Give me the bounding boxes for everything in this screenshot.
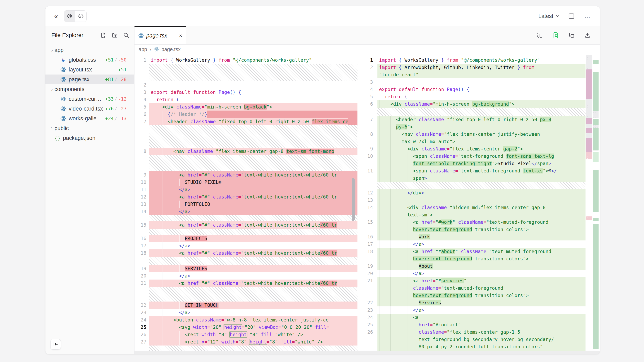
file-label: package.json <box>63 135 134 141</box>
sidebar-folder-components[interactable]: ⌄components <box>46 84 134 94</box>
collapsed-unchanged-region[interactable] <box>358 108 586 116</box>
collapsed-unchanged-region[interactable] <box>134 64 358 81</box>
diff-line-10: 10 STUDIO PIXEL® <box>134 179 358 186</box>
line-number: 13 <box>134 201 149 208</box>
line-number: 21 <box>358 277 378 299</box>
line-number: 13 <box>358 196 378 204</box>
file-label: layout.tsx <box>69 66 116 73</box>
new-folder-icon <box>112 32 118 38</box>
react-icon <box>60 76 66 82</box>
breadcrumb-folder[interactable]: app <box>138 46 147 52</box>
react-icon <box>154 47 159 52</box>
line-number: 8 <box>134 148 149 155</box>
split-view-button[interactable] <box>536 32 544 39</box>
download-button[interactable] <box>583 32 592 39</box>
minimap-block <box>593 60 598 64</box>
tab-close-icon[interactable]: × <box>179 32 182 39</box>
collapsed-unchanged-region[interactable] <box>358 182 586 189</box>
line-number: 3 <box>358 78 378 86</box>
editor-area: page.tsx × <box>134 26 600 354</box>
line-number: 9 <box>358 145 378 152</box>
preview-toggle-button[interactable] <box>64 10 75 21</box>
collapse-to-start-button[interactable] <box>50 339 61 350</box>
diff-pane-new[interactable]: 1import { WorksGallery } from "@/compone… <box>358 54 600 351</box>
line-number: 15 <box>358 218 378 233</box>
new-file-button[interactable] <box>100 31 107 39</box>
line-number: 15 <box>134 221 149 229</box>
line-number: 23 <box>134 309 149 316</box>
line-number: 14 <box>134 208 149 215</box>
react-icon <box>60 66 66 73</box>
line-number: 16 <box>134 235 149 242</box>
sidebar-file-layout-tsx[interactable]: layout.tsx+51 <box>46 65 134 74</box>
diff-line-4: 4export default function Page() { <box>358 86 586 93</box>
minimap-block <box>593 218 598 221</box>
diff-line-15: 15 <a href="#work" className="text-muted… <box>358 218 586 233</box>
file-label: public <box>54 125 134 131</box>
minimap[interactable] <box>586 55 598 349</box>
diff-pane-old[interactable]: 1import { WorksGallery } from "@/compone… <box>134 54 358 351</box>
download-icon <box>584 32 591 38</box>
minimap-block <box>586 133 592 138</box>
line-number: 18 <box>134 249 149 257</box>
diff-line-1: 1import { WorksGallery } from "@/compone… <box>358 56 586 64</box>
collapsed-unchanged-region[interactable] <box>134 229 358 235</box>
copy-button[interactable] <box>567 32 576 39</box>
diff-line-27: 27 <rect x="12" width="8" height="8" fil… <box>134 338 358 346</box>
sidebar-file-package-json[interactable]: { }package.json <box>46 133 134 143</box>
new-folder-button[interactable] <box>111 31 118 39</box>
collapsed-unchanged-region[interactable] <box>134 125 358 148</box>
tab-page-tsx[interactable]: page.tsx × <box>134 26 186 44</box>
diff-line-18: 18 <a href="#about" className="text-mute… <box>358 248 586 262</box>
diff-line-17: 17 </a> <box>358 240 586 248</box>
collapse-panel-button[interactable]: « <box>52 11 60 20</box>
collapsed-unchanged-region[interactable] <box>134 287 358 302</box>
sidebar-file-page-tsx[interactable]: page.tsx+81/-28 <box>46 74 134 84</box>
split-view-icon <box>536 32 543 38</box>
diff-line-5: 5 return ( <box>358 93 586 100</box>
line-number: 10 <box>134 179 149 186</box>
line-number: 5 <box>134 103 149 111</box>
css-icon: # <box>60 57 66 63</box>
braces-icon: { } <box>54 135 60 141</box>
new-file-icon <box>100 32 106 38</box>
react-icon <box>60 115 66 122</box>
collapsed-unchanged-region[interactable] <box>134 215 358 221</box>
vertical-scrollbar[interactable] <box>352 178 354 221</box>
diff-line-18: 18 <a href="#" className="text-white hov… <box>134 249 358 257</box>
minimap-block <box>593 119 598 125</box>
line-number: 7 <box>358 116 378 130</box>
horizontal-scrollbar[interactable] <box>134 351 600 354</box>
breadcrumb-file[interactable]: page.tsx <box>162 46 181 52</box>
collapsed-unchanged-region[interactable] <box>134 257 358 265</box>
sidebar-file-works-galler-[interactable]: works-galler…+24/-13 <box>46 114 134 123</box>
diff-line-7: 7 <header className="fixed top-0 left-0 … <box>358 116 586 130</box>
line-number: 2 <box>358 64 378 78</box>
diff-line-23: 23 </a> <box>134 309 358 316</box>
search-files-button[interactable] <box>122 31 130 39</box>
collapsed-unchanged-region[interactable] <box>134 155 358 171</box>
diff-view-button[interactable] <box>551 32 560 39</box>
diff-line-19: 19 SERVICES <box>134 265 358 272</box>
sidebar-file-custom-curs-[interactable]: custom-curs…+33/-12 <box>46 94 134 104</box>
panel-bottom-button[interactable] <box>567 12 576 20</box>
sidebar-folder-app[interactable]: ⌄app <box>46 45 134 55</box>
line-number: 22 <box>134 302 149 309</box>
diff-line-5: 5 <div className="min-h-screen bg-black"… <box>134 103 358 111</box>
line-number: 4 <box>134 96 149 103</box>
collapsed-unchanged-region[interactable] <box>134 346 358 351</box>
diff-line-15: 15 <a href="#" className="text-white hov… <box>134 221 358 229</box>
line-number: 25 <box>358 321 378 329</box>
minimap-block <box>586 124 592 128</box>
version-selector[interactable]: Latest <box>538 13 560 19</box>
line-number: 18 <box>358 248 378 262</box>
tab-bar: page.tsx × <box>134 26 600 44</box>
sidebar-folder-public[interactable]: ›public <box>46 123 134 133</box>
copy-icon <box>568 32 575 38</box>
more-options-button[interactable]: … <box>583 12 592 20</box>
code-toggle-button[interactable] <box>75 10 86 21</box>
sidebar-file-video-card-tsx[interactable]: video-card.tsx+76/-27 <box>46 104 134 114</box>
minimap-block <box>593 224 598 349</box>
sidebar-file-globals-css[interactable]: #globals.css+51/-50 <box>46 55 134 65</box>
diff-line-21: 21 <a href="#" className="text-white hov… <box>134 280 358 287</box>
